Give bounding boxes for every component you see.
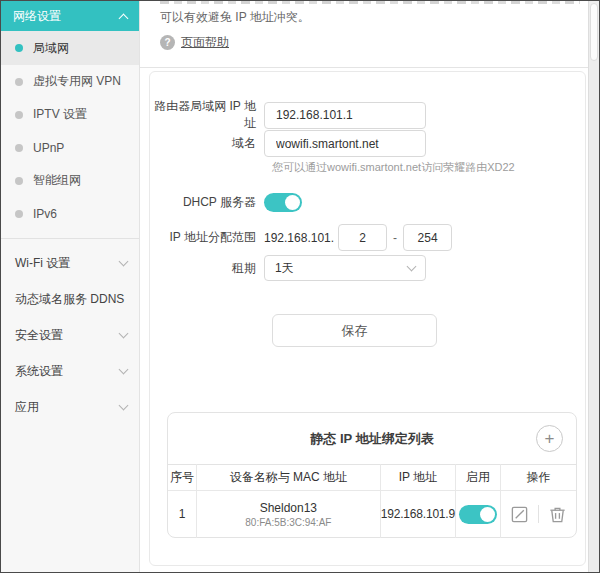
domain-hint: 您可以通过wowifi.smartont.net访问荣耀路由XD22: [272, 160, 515, 175]
bullet-icon: [15, 144, 23, 152]
col-header-index: 序号: [168, 465, 197, 491]
sidebar-group-wifi[interactable]: Wi-Fi 设置: [1, 245, 139, 281]
sidebar-item-iptv[interactable]: IPTV 设置: [1, 98, 139, 131]
ip-range-label: IP 地址分配范围: [150, 229, 264, 246]
col-header-operations: 操作: [501, 465, 577, 491]
toggle-knob: [285, 195, 300, 210]
page-description: 可以有效避免 IP 地址冲突。: [160, 9, 310, 26]
device-mac: 80:FA:5B:3C:94:AF: [197, 517, 380, 528]
chevron-up-icon: [119, 13, 129, 23]
chevron-down-icon: [407, 262, 417, 272]
chevron-down-icon: [119, 401, 129, 411]
dhcp-row: DHCP 服务器: [150, 193, 302, 212]
main-content: 可以有效避免 IP 地址冲突。 ? 页面帮助 路由器局域网 IP 地址 域名 您…: [140, 1, 588, 572]
divider: [140, 67, 588, 68]
domain-input[interactable]: [264, 130, 426, 157]
scrollbar-thumb[interactable]: [590, 3, 598, 61]
lease-selected-value: 1天: [275, 260, 408, 277]
sidebar-item-label: IPv6: [33, 207, 57, 221]
sidebar-item-label: 虚拟专用网 VPN: [33, 73, 121, 90]
col-header-enabled: 启用: [456, 465, 501, 491]
col-header-device: 设备名称与 MAC 地址: [197, 465, 381, 491]
clipped-text-line: [160, 1, 580, 4]
bullet-icon: [15, 111, 23, 119]
sidebar-group-label: 安全设置: [15, 327, 120, 344]
lease-select[interactable]: 1天: [264, 255, 426, 281]
row-index: 1: [168, 491, 197, 538]
binding-enabled-toggle[interactable]: [459, 505, 497, 524]
sidebar-item-upnp[interactable]: UPnP: [1, 131, 139, 164]
sidebar-section-label: 网络设置: [13, 8, 120, 25]
add-binding-button[interactable]: +: [536, 425, 563, 452]
sidebar-group-label: Wi-Fi 设置: [15, 255, 120, 272]
lan-settings-panel: 路由器局域网 IP 地址 域名 您可以通过wowifi.smartont.net…: [149, 71, 586, 566]
chevron-down-icon: [119, 365, 129, 375]
lan-ip-input[interactable]: [264, 102, 426, 129]
ip-range-start-input[interactable]: [338, 224, 387, 251]
lease-row: 租期 1天: [150, 255, 426, 281]
sidebar-group-label: 系统设置: [15, 363, 120, 380]
lan-ip-label: 路由器局域网 IP 地址: [150, 98, 264, 132]
sidebar-group-security[interactable]: 安全设置: [1, 317, 139, 353]
sidebar-item-label: 局域网: [33, 40, 69, 57]
operations-divider: [538, 505, 539, 523]
toggle-knob: [480, 507, 495, 522]
bullet-icon: [15, 78, 23, 86]
table-header-row: 序号 设备名称与 MAC 地址 IP 地址 启用 操作: [168, 465, 576, 491]
page-help-label[interactable]: 页面帮助: [181, 34, 229, 51]
sidebar-item-label: IPTV 设置: [33, 106, 87, 123]
sidebar-group-system[interactable]: 系统设置: [1, 353, 139, 389]
scrollbar-track[interactable]: [588, 1, 599, 572]
bullet-icon: [15, 210, 23, 218]
sidebar: 网络设置 局域网 虚拟专用网 VPN IPTV 设置 UPnP 智能组网 IPv…: [1, 1, 140, 572]
static-ip-binding-title: 静态 IP 地址绑定列表: [310, 430, 433, 448]
sidebar-item-ipv6[interactable]: IPv6: [1, 197, 139, 230]
sidebar-item-mesh[interactable]: 智能组网: [1, 164, 139, 197]
static-ip-binding-card: 静态 IP 地址绑定列表 + 序号 设备名称与 MAC 地址 IP 地址 启用 …: [167, 412, 577, 538]
lease-label: 租期: [150, 260, 264, 277]
sidebar-group-ddns[interactable]: 动态域名服务 DDNS: [1, 281, 139, 317]
domain-label: 域名: [150, 135, 264, 152]
table-row: 1 Sheldon13 80:FA:5B:3C:94:AF 192.168.10…: [168, 491, 576, 538]
ip-range-prefix: 192.168.101.: [264, 231, 334, 245]
page-help-link[interactable]: ? 页面帮助: [160, 34, 229, 51]
question-circle-icon: ?: [160, 35, 175, 50]
sidebar-divider: [1, 238, 139, 239]
delete-icon[interactable]: [548, 505, 567, 524]
ip-range-separator: -: [393, 231, 397, 245]
row-ip: 192.168.101.9: [380, 491, 455, 538]
sidebar-item-lan[interactable]: 局域网: [1, 31, 139, 65]
row-enabled-cell: [456, 491, 501, 538]
chevron-down-icon: [119, 257, 129, 267]
chevron-down-icon: [119, 329, 129, 339]
dhcp-label: DHCP 服务器: [150, 194, 264, 211]
router-admin-window: 网络设置 局域网 虚拟专用网 VPN IPTV 设置 UPnP 智能组网 IPv…: [0, 0, 600, 573]
col-header-ip: IP 地址: [380, 465, 455, 491]
ip-range-row: IP 地址分配范围 192.168.101. -: [150, 224, 452, 251]
sidebar-item-vpn[interactable]: 虚拟专用网 VPN: [1, 65, 139, 98]
static-ip-binding-table: 序号 设备名称与 MAC 地址 IP 地址 启用 操作 1 Sheldon13: [168, 464, 576, 538]
bullet-icon: [15, 177, 23, 185]
sidebar-group-label: 动态域名服务 DDNS: [15, 291, 127, 308]
sidebar-item-label: UPnP: [33, 141, 64, 155]
static-ip-binding-header: 静态 IP 地址绑定列表 +: [168, 413, 576, 464]
sidebar-section-network-settings[interactable]: 网络设置: [1, 1, 139, 31]
sidebar-group-apps[interactable]: 应用: [1, 389, 139, 425]
lan-ip-row: 路由器局域网 IP 地址: [150, 98, 426, 132]
sidebar-item-label: 智能组网: [33, 172, 81, 189]
dhcp-toggle[interactable]: [264, 193, 302, 212]
domain-row: 域名: [150, 130, 426, 157]
bullet-icon: [15, 44, 23, 52]
row-operations-cell: [501, 491, 577, 538]
edit-icon[interactable]: [510, 505, 529, 524]
row-device-cell: Sheldon13 80:FA:5B:3C:94:AF: [197, 491, 381, 538]
save-button[interactable]: 保存: [272, 314, 437, 347]
device-name: Sheldon13: [197, 501, 380, 515]
sidebar-group-label: 应用: [15, 399, 120, 416]
ip-range-end-input[interactable]: [403, 224, 452, 251]
